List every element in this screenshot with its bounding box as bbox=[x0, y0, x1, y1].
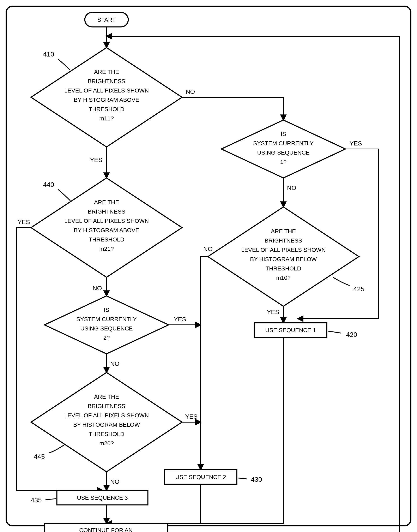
process-430: USE SEQUENCE 2 bbox=[165, 470, 237, 484]
edge-d445-no: NO bbox=[110, 478, 120, 485]
leader-440 bbox=[58, 189, 70, 201]
svg-text:2?: 2? bbox=[103, 335, 110, 341]
svg-text:ARE THE: ARE THE bbox=[271, 228, 296, 234]
process-420: USE SEQUENCE 1 bbox=[254, 323, 327, 337]
label-425: 425 bbox=[353, 285, 364, 293]
label-430: 430 bbox=[251, 476, 262, 483]
svg-text:BY HISTOGRAM BELOW: BY HISTOGRAM BELOW bbox=[73, 422, 140, 428]
decision-seq2: IS SYSTEM CURRENTLY USING SEQUENCE 2? bbox=[44, 296, 168, 354]
label-420: 420 bbox=[346, 331, 357, 338]
decision-seq1: IS SYSTEM CURRENTLY USING SEQUENCE 1? bbox=[221, 120, 345, 178]
svg-text:THRESHOLD: THRESHOLD bbox=[89, 236, 125, 243]
decision-445: ARE THE BRIGHTNESS LEVEL OF ALL PIXELS S… bbox=[31, 372, 182, 472]
svg-text:ARE THE: ARE THE bbox=[94, 394, 119, 400]
svg-text:BRIGHTNESS: BRIGHTNESS bbox=[88, 78, 125, 85]
svg-marker-8 bbox=[221, 120, 345, 178]
flowchart-canvas: START ARE THE BRIGHTNESS LEVEL OF ALL PI… bbox=[0, 0, 417, 532]
svg-text:LEVEL OF ALL PIXELS SHOWN: LEVEL OF ALL PIXELS SHOWN bbox=[64, 412, 149, 419]
edge-d440-yes: YES bbox=[18, 219, 30, 225]
svg-text:BRIGHTNESS: BRIGHTNESS bbox=[88, 403, 125, 409]
decision-425: ARE THE BRIGHTNESS LEVEL OF ALL PIXELS S… bbox=[208, 207, 359, 306]
svg-text:BRIGHTNESS: BRIGHTNESS bbox=[265, 237, 302, 244]
svg-text:THRESHOLD: THRESHOLD bbox=[89, 106, 125, 112]
svg-text:m11?: m11? bbox=[99, 115, 114, 122]
svg-text:LEVEL OF ALL PIXELS SHOWN: LEVEL OF ALL PIXELS SHOWN bbox=[64, 218, 149, 224]
svg-text:USE SEQUENCE 1: USE SEQUENCE 1 bbox=[265, 327, 316, 333]
svg-text:BRIGHTNESS: BRIGHTNESS bbox=[88, 208, 125, 215]
label-445: 445 bbox=[34, 453, 45, 460]
edge-d445-yes: YES bbox=[185, 413, 198, 420]
svg-text:USE SEQUENCE 3: USE SEQUENCE 3 bbox=[77, 495, 128, 501]
flow-d425-no bbox=[201, 256, 208, 470]
label-410: 410 bbox=[43, 51, 54, 58]
svg-text:THRESHOLD: THRESHOLD bbox=[266, 265, 301, 272]
svg-text:SYSTEM CURRENTLY: SYSTEM CURRENTLY bbox=[253, 140, 313, 147]
svg-text:USING SEQUENCE: USING SEQUENCE bbox=[80, 325, 133, 332]
edge-seq1-no: NO bbox=[287, 184, 296, 191]
edge-seq2-no: NO bbox=[110, 360, 120, 367]
svg-text:IS: IS bbox=[104, 307, 109, 313]
edge-d425-no: NO bbox=[203, 245, 213, 252]
svg-text:CONTINUE FOR AN: CONTINUE FOR AN bbox=[79, 527, 133, 532]
svg-text:m20?: m20? bbox=[99, 440, 114, 447]
svg-text:m10?: m10? bbox=[276, 275, 291, 281]
svg-text:USING SEQUENCE: USING SEQUENCE bbox=[257, 149, 310, 156]
process-435: USE SEQUENCE 3 bbox=[57, 490, 148, 505]
leader-425 bbox=[333, 277, 350, 286]
svg-text:SYSTEM CURRENTLY: SYSTEM CURRENTLY bbox=[76, 316, 137, 322]
svg-text:m21?: m21? bbox=[99, 246, 114, 252]
decision-410: ARE THE BRIGHTNESS LEVEL OF ALL PIXELS S… bbox=[31, 48, 182, 147]
svg-marker-29 bbox=[44, 296, 168, 354]
edge-d440-no: NO bbox=[93, 285, 102, 292]
leader-420 bbox=[328, 331, 341, 333]
start-label: START bbox=[97, 17, 116, 23]
svg-text:ARE THE: ARE THE bbox=[94, 69, 119, 75]
svg-text:USE SEQUENCE 2: USE SEQUENCE 2 bbox=[175, 474, 226, 480]
edge-seq2-yes: YES bbox=[174, 316, 186, 323]
label-440: 440 bbox=[43, 181, 54, 188]
svg-text:1?: 1? bbox=[280, 159, 286, 165]
edge-d425-yes: YES bbox=[267, 309, 279, 315]
decision-440: ARE THE BRIGHTNESS LEVEL OF ALL PIXELS S… bbox=[31, 178, 182, 277]
svg-text:BY HISTOGRAM ABOVE: BY HISTOGRAM ABOVE bbox=[74, 97, 139, 103]
leader-430 bbox=[238, 478, 247, 479]
start-terminator: START bbox=[85, 12, 128, 27]
svg-text:BY HISTOGRAM ABOVE: BY HISTOGRAM ABOVE bbox=[74, 227, 139, 234]
svg-text:IS: IS bbox=[281, 131, 286, 137]
edge-d410-yes: YES bbox=[90, 156, 102, 163]
svg-text:LEVEL OF ALL PIXELS SHOWN: LEVEL OF ALL PIXELS SHOWN bbox=[64, 87, 149, 94]
process-460: CONTINUE FOR AN OPERATIONAL PERIOD bbox=[44, 523, 167, 532]
edge-d410-no: NO bbox=[186, 88, 195, 95]
leader-445 bbox=[49, 445, 64, 453]
svg-text:THRESHOLD: THRESHOLD bbox=[89, 431, 125, 437]
label-435: 435 bbox=[31, 496, 42, 504]
svg-text:LEVEL OF ALL PIXELS SHOWN: LEVEL OF ALL PIXELS SHOWN bbox=[241, 247, 326, 253]
svg-text:ARE THE: ARE THE bbox=[94, 199, 119, 205]
svg-text:BY HISTOGRAM BELOW: BY HISTOGRAM BELOW bbox=[250, 256, 317, 262]
leader-435 bbox=[45, 499, 56, 500]
flow-d410-no bbox=[182, 97, 283, 120]
leader-410 bbox=[58, 59, 70, 70]
edge-seq1-yes: YES bbox=[350, 140, 362, 147]
